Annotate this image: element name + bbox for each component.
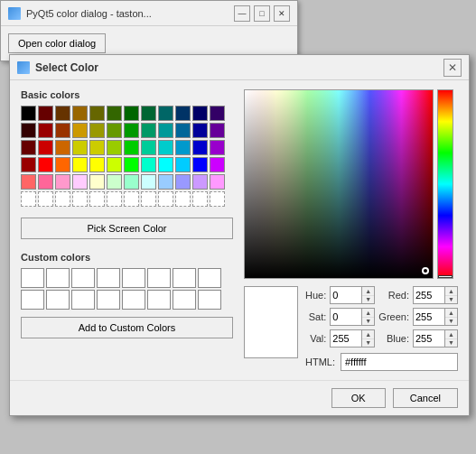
basic-color-cell[interactable]: [210, 174, 225, 190]
basic-color-cell[interactable]: [141, 174, 156, 190]
basic-color-cell[interactable]: [72, 140, 88, 155]
ok-button[interactable]: OK: [331, 388, 386, 408]
basic-color-cell[interactable]: [141, 191, 156, 207]
basic-color-cell[interactable]: [89, 174, 105, 190]
basic-color-cell[interactable]: [124, 140, 139, 155]
basic-color-cell[interactable]: [89, 106, 105, 121]
custom-color-cell[interactable]: [71, 290, 95, 310]
pick-screen-color-button[interactable]: Pick Screen Color: [21, 218, 233, 239]
basic-color-cell[interactable]: [21, 106, 36, 121]
basic-color-cell[interactable]: [141, 157, 156, 172]
basic-color-cell[interactable]: [124, 191, 139, 207]
custom-color-cell[interactable]: [46, 268, 70, 288]
blue-input[interactable]: [414, 330, 444, 347]
basic-color-cell[interactable]: [124, 157, 139, 172]
basic-color-cell[interactable]: [175, 191, 191, 207]
basic-color-cell[interactable]: [72, 157, 88, 172]
green-up[interactable]: ▲: [445, 309, 457, 318]
basic-color-cell[interactable]: [21, 157, 36, 172]
custom-color-cell[interactable]: [147, 290, 171, 310]
custom-color-cell[interactable]: [122, 290, 145, 310]
basic-color-cell[interactable]: [55, 106, 70, 121]
basic-color-cell[interactable]: [55, 174, 70, 190]
basic-color-cell[interactable]: [21, 140, 36, 155]
val-up[interactable]: ▲: [362, 330, 374, 339]
basic-color-cell[interactable]: [107, 106, 122, 121]
hue-slider[interactable]: [437, 89, 453, 279]
basic-color-cell[interactable]: [89, 191, 105, 207]
green-down[interactable]: ▼: [445, 318, 457, 326]
val-input[interactable]: [331, 330, 361, 347]
custom-color-cell[interactable]: [122, 268, 145, 288]
hue-input[interactable]: [331, 287, 361, 303]
basic-color-cell[interactable]: [175, 123, 191, 138]
green-spinbox[interactable]: ▲ ▼: [413, 308, 458, 326]
basic-color-cell[interactable]: [175, 157, 191, 172]
custom-color-cell[interactable]: [173, 268, 196, 288]
custom-color-cell[interactable]: [21, 290, 44, 310]
basic-color-cell[interactable]: [72, 106, 88, 121]
sat-spinbox[interactable]: ▲ ▼: [330, 308, 375, 326]
red-down[interactable]: ▼: [445, 296, 457, 304]
basic-color-cell[interactable]: [107, 191, 122, 207]
custom-color-cell[interactable]: [46, 290, 70, 310]
basic-color-cell[interactable]: [141, 123, 156, 138]
blue-down[interactable]: ▼: [445, 339, 457, 347]
basic-color-cell[interactable]: [107, 157, 122, 172]
basic-color-cell[interactable]: [210, 157, 225, 172]
red-spinbox[interactable]: ▲ ▼: [413, 286, 458, 304]
basic-color-cell[interactable]: [124, 106, 139, 121]
basic-color-cell[interactable]: [158, 140, 173, 155]
basic-color-cell[interactable]: [192, 106, 208, 121]
basic-color-cell[interactable]: [175, 174, 191, 190]
sat-down[interactable]: ▼: [362, 318, 374, 326]
basic-color-cell[interactable]: [89, 123, 105, 138]
hue-spinbox[interactable]: ▲ ▼: [330, 286, 375, 304]
basic-color-cell[interactable]: [192, 174, 208, 190]
html-input[interactable]: [341, 353, 458, 371]
outer-close-btn[interactable]: ✕: [274, 5, 290, 22]
basic-color-cell[interactable]: [124, 123, 139, 138]
custom-color-cell[interactable]: [198, 268, 221, 288]
minimize-btn[interactable]: —: [234, 5, 250, 22]
red-up[interactable]: ▲: [445, 287, 457, 296]
sat-input[interactable]: [331, 309, 361, 325]
blue-up[interactable]: ▲: [445, 330, 457, 339]
basic-color-cell[interactable]: [72, 191, 88, 207]
custom-color-cell[interactable]: [71, 268, 95, 288]
dialog-close-button[interactable]: ✕: [443, 59, 462, 77]
color-gradient[interactable]: [244, 89, 434, 279]
basic-color-cell[interactable]: [55, 140, 70, 155]
basic-color-cell[interactable]: [38, 191, 53, 207]
basic-color-cell[interactable]: [158, 123, 173, 138]
custom-color-cell[interactable]: [97, 290, 120, 310]
cancel-button[interactable]: Cancel: [393, 388, 458, 408]
custom-color-cell[interactable]: [147, 268, 171, 288]
custom-color-cell[interactable]: [198, 290, 221, 310]
open-color-dialog-button[interactable]: Open color dialog: [8, 33, 106, 53]
basic-color-cell[interactable]: [141, 140, 156, 155]
custom-color-cell[interactable]: [173, 290, 196, 310]
basic-color-cell[interactable]: [192, 140, 208, 155]
basic-color-cell[interactable]: [210, 140, 225, 155]
basic-color-cell[interactable]: [210, 123, 225, 138]
basic-color-cell[interactable]: [141, 106, 156, 121]
basic-color-cell[interactable]: [38, 123, 53, 138]
green-input[interactable]: [414, 309, 444, 325]
basic-color-cell[interactable]: [192, 191, 208, 207]
basic-color-cell[interactable]: [21, 191, 36, 207]
red-input[interactable]: [414, 287, 444, 303]
basic-color-cell[interactable]: [38, 174, 53, 190]
basic-color-cell[interactable]: [158, 191, 173, 207]
basic-color-cell[interactable]: [89, 157, 105, 172]
custom-color-cell[interactable]: [97, 268, 120, 288]
basic-color-cell[interactable]: [72, 123, 88, 138]
basic-color-cell[interactable]: [21, 174, 36, 190]
hue-up[interactable]: ▲: [362, 287, 374, 296]
basic-color-cell[interactable]: [107, 140, 122, 155]
basic-color-cell[interactable]: [107, 123, 122, 138]
basic-color-cell[interactable]: [89, 140, 105, 155]
basic-color-cell[interactable]: [192, 123, 208, 138]
basic-color-cell[interactable]: [55, 191, 70, 207]
basic-color-cell[interactable]: [55, 157, 70, 172]
